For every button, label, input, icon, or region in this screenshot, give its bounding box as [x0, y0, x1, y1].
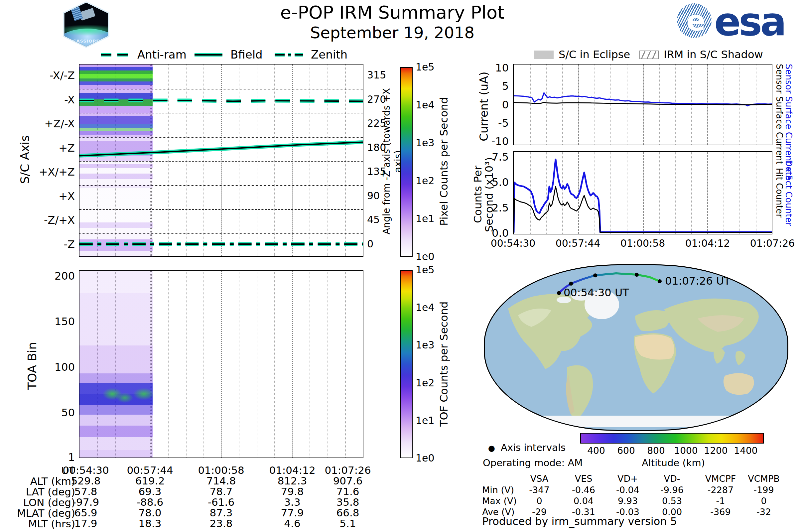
ephemeris-cell: 01:07:26 — [316, 465, 379, 475]
ephemeris-cell: 78.7 — [190, 486, 253, 497]
gridline-vertical — [292, 271, 293, 457]
voltage-cell: -9.96 — [649, 485, 695, 495]
bfield-line-sample — [194, 53, 223, 57]
gridline-vertical — [257, 271, 258, 457]
colorbar-tick-label: 1e2 — [416, 378, 435, 388]
voltage-cell: -1 — [697, 496, 744, 507]
altitude-tick: 1200 — [701, 445, 731, 456]
voltage-col-header: VCMPB — [740, 474, 787, 484]
sc-axis-row-label: +X/+Z — [20, 166, 75, 177]
ephemeris-cell: 65.9 — [54, 507, 117, 518]
zenith-line-sample — [274, 53, 303, 57]
ephemeris-cell: 35.8 — [316, 497, 379, 507]
ephemeris-cell: 3.3 — [261, 497, 324, 507]
counts-right-label-blue: Detect Counter — [784, 151, 793, 234]
altitude-tick: 1400 — [731, 445, 761, 456]
colorbar-tick-label: 1e4 — [416, 302, 435, 313]
plot-lines-svg — [514, 64, 772, 145]
ephemeris-cell: 18.3 — [118, 518, 182, 529]
sc-axis-spectrogram — [79, 64, 363, 257]
altitude-tick: 800 — [641, 445, 671, 456]
colorbar-tick-label: 1e0 — [416, 251, 435, 262]
ephemeris-cell: 01:00:58 — [190, 465, 253, 475]
ephemeris-cell: 66.8 — [316, 507, 379, 518]
current-ytick: 5 — [471, 80, 509, 92]
voltage-cell: 9.93 — [605, 496, 651, 507]
legend-label-zenith: Zenith — [311, 49, 347, 60]
axis-intervals-label: Axis intervals — [501, 442, 566, 453]
toa-ytick: 150 — [40, 316, 75, 327]
voltage-col-header: VSA — [516, 474, 563, 484]
colorbar-tick-label: 1e1 — [416, 415, 435, 426]
voltage-row-label: Max (V) — [482, 496, 517, 507]
plot-lines-svg — [514, 152, 772, 234]
sc-axis-right-tick: 0 — [367, 239, 374, 249]
ephemeris-cell: 4.6 — [261, 518, 324, 529]
gridline-vertical — [327, 271, 328, 457]
pixel-colorbar-label: Pixel Counts per Second — [438, 87, 450, 236]
axis-intervals-marker-icon: ● — [488, 443, 495, 454]
voltage-cell: -199 — [740, 485, 787, 495]
sc-axis-right-tick: 315 — [367, 70, 386, 80]
ephemeris-cell: 812.3 — [261, 475, 324, 486]
voltage-col-header: VMCPF — [697, 474, 744, 484]
voltage-col-header: VD+ — [605, 474, 651, 484]
ephemeris-cell: 71.6 — [316, 486, 379, 497]
tof-colorbar-label: TOF Counts per Second — [438, 289, 450, 439]
counts-ytick: 2.5 — [471, 202, 509, 213]
esa-wordmark: esa — [714, 0, 785, 44]
counts-xtick: 00:54:30 — [483, 238, 543, 249]
ephemeris-cell: 79.8 — [261, 486, 324, 497]
shadow-hatch-swatch — [640, 51, 659, 59]
sc-axis-row-label: +Z — [20, 142, 75, 154]
colorbar-tick-label: 1e0 — [416, 453, 435, 463]
voltage-row-label: Min (V) — [482, 485, 514, 495]
axis-interval-dot — [658, 279, 662, 283]
counts-xtick: 01:04:12 — [678, 238, 738, 249]
current-ytick: -5 — [471, 117, 509, 129]
ephemeris-cell: 69.3 — [118, 486, 182, 497]
axis-interval-dot — [557, 291, 561, 295]
voltage-cell: 0.04 — [560, 496, 607, 507]
ephemeris-cell: 907.6 — [316, 475, 379, 486]
sc-axis-row-label: -X/-Z — [20, 70, 75, 81]
voltage-col-header: VD- — [649, 474, 695, 484]
legend-label-bfield: Bfield — [230, 49, 263, 60]
tof-colorbar — [400, 270, 413, 458]
ephemeris-cell: 57.8 — [54, 486, 117, 497]
cassiope-mission-patch-icon: CASSIOPE — [61, 1, 111, 48]
toa-spectrogram — [79, 270, 363, 458]
altitude-tick: 600 — [611, 445, 641, 456]
toa-ylabel: TOA Bin — [26, 336, 38, 396]
gridline-vertical — [239, 271, 240, 457]
altitude-tick: 400 — [581, 445, 611, 456]
ephemeris-cell: -97.9 — [54, 497, 117, 507]
anti-ram-line-sample — [101, 53, 128, 57]
page-date: September 19, 2018 — [193, 23, 592, 42]
map-end-label: 01:07:26 UT — [665, 276, 730, 286]
axis-interval-dot — [593, 273, 597, 277]
ephemeris-cell: 77.9 — [261, 507, 324, 518]
altitude-colorbar-label: Altitude (km) — [627, 457, 720, 468]
voltage-cell: 0.53 — [649, 496, 695, 507]
current-ytick: 0 — [471, 99, 509, 110]
ephemeris-cell: 619.2 — [118, 475, 182, 486]
toa-ytick: 1 — [40, 452, 75, 463]
current-right-label-blue: Sensor Surface Current x 5 — [784, 64, 793, 145]
gridline-vertical — [221, 271, 222, 457]
counts-ylabel: Counts Per Second (x10³) — [472, 156, 495, 233]
toa-ytick: 100 — [40, 361, 75, 373]
voltage-cell: -369 — [697, 507, 744, 517]
voltage-cell: -347 — [516, 485, 563, 495]
gridline-vertical — [168, 271, 169, 457]
current-plot — [513, 64, 773, 145]
gridline-vertical — [186, 271, 187, 457]
gridline-vertical — [345, 271, 346, 457]
operating-mode: Operating mode: AM — [483, 457, 583, 468]
counts-plot — [513, 151, 773, 234]
gridline-vertical — [204, 271, 204, 457]
sc-axis-right-tick: 90 — [367, 191, 380, 201]
colorbar-tick-label: 1e4 — [416, 100, 435, 110]
page-title: e-POP IRM Summary Plot — [193, 2, 592, 23]
toa-ytick: 50 — [40, 407, 75, 418]
